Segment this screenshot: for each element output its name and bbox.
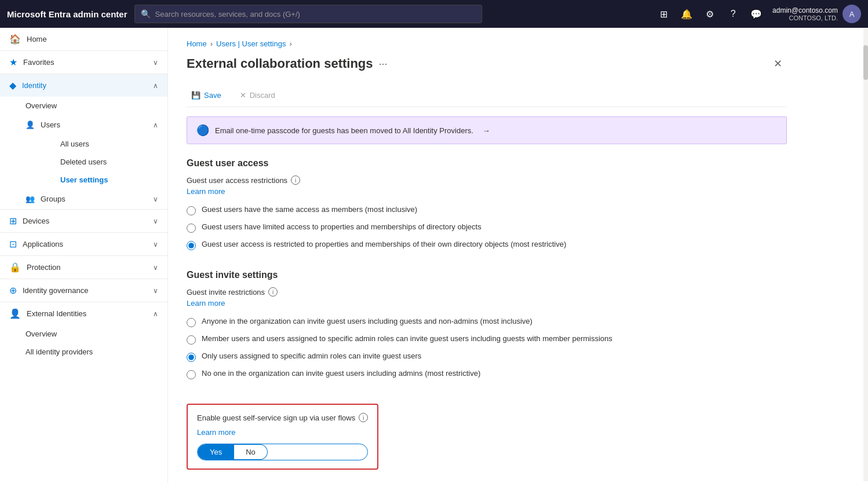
guest-invite-info-icon[interactable]: i: [268, 287, 278, 297]
sidebar-item-favorites[interactable]: ★ Favorites ∨: [0, 51, 167, 74]
feedback-icon[interactable]: 💬: [749, 7, 763, 21]
chevron-up-icon: ∧: [153, 121, 158, 129]
guest-invite-option-4[interactable]: No one in the organization can invite gu…: [187, 365, 787, 383]
sidebar-item-identity-governance[interactable]: ⊕ Identity governance ∨: [0, 279, 167, 302]
protection-label: Protection: [27, 263, 61, 272]
sidebar-item-identity[interactable]: ◆ Identity ∧: [0, 74, 167, 97]
chevron-down-icon: ∨: [153, 217, 158, 225]
scrollbar[interactable]: [863, 28, 868, 481]
self-service-info-icon[interactable]: i: [359, 413, 368, 422]
page-header: External collaboration settings ··· ✕: [187, 55, 787, 72]
help-icon[interactable]: ?: [726, 7, 740, 21]
applications-icon: ⊡: [9, 239, 17, 250]
scrollbar-thumb: [863, 45, 868, 80]
notification-icon[interactable]: 🔔: [680, 7, 694, 21]
sidebar-section-external-identities: 👤 External Identities ∧ Overview All ide…: [0, 302, 167, 361]
protection-icon: 🔒: [9, 262, 21, 273]
chevron-up-icon: ∧: [153, 310, 158, 318]
guest-invite-option-2[interactable]: Member users and users assigned to speci…: [187, 331, 787, 348]
guest-invite-title: Guest invite settings: [187, 270, 787, 280]
sidebar-item-external-identities[interactable]: 👤 External Identities ∧: [0, 302, 167, 325]
guest-invite-option-1[interactable]: Anyone in the organization can invite gu…: [187, 313, 787, 331]
chevron-down-icon: ∨: [153, 264, 158, 272]
breadcrumb-user-settings[interactable]: Users | User settings: [216, 39, 286, 48]
chevron-up-icon: ∧: [153, 82, 158, 90]
topbar-icons: ⊞ 🔔 ⚙ ? 💬 admin@contoso.com CONTOSO, LTD…: [657, 5, 861, 23]
sidebar-item-applications[interactable]: ⊡ Applications ∨: [0, 233, 167, 255]
settings-icon[interactable]: ⚙: [703, 7, 717, 21]
devices-label: Devices: [23, 217, 49, 225]
content-inner: Home › Users | User settings › External …: [168, 28, 805, 481]
main-layout: 🏠 Home ★ Favorites ∨ ◆ Identity ∧ Overvi…: [0, 28, 868, 483]
save-icon: 💾: [191, 91, 200, 100]
sidebar-subitem-all-users[interactable]: All users: [35, 135, 167, 153]
toggle-no-button[interactable]: No: [234, 444, 268, 460]
sidebar-subitem-deleted-users[interactable]: Deleted users: [35, 153, 167, 171]
devices-icon: ⊞: [9, 215, 17, 226]
sidebar-subitem-ext-overview[interactable]: Overview: [0, 325, 167, 343]
guest-access-info-icon[interactable]: i: [291, 175, 300, 185]
search-icon: 🔍: [141, 9, 151, 19]
toggle-yes-button[interactable]: Yes: [198, 444, 234, 460]
guest-access-radio-3[interactable]: [187, 241, 196, 250]
more-options-icon[interactable]: ···: [379, 58, 388, 70]
self-service-section: Enable guest self-service sign up via us…: [187, 404, 378, 470]
guest-access-option-2[interactable]: Guest users have limited access to prope…: [187, 219, 787, 236]
search-bar[interactable]: 🔍: [134, 5, 482, 23]
sidebar-item-groups[interactable]: 👥 Groups ∨: [0, 189, 167, 209]
external-identities-icon: 👤: [9, 308, 21, 319]
guest-invite-radio-1[interactable]: [187, 318, 196, 327]
guest-access-field-label: Guest user access restrictions i: [187, 175, 787, 185]
user-org: CONTOSO, LTD.: [772, 14, 838, 21]
sidebar-subitem-overview[interactable]: Overview: [0, 97, 167, 115]
guest-access-option-3[interactable]: Guest user access is restricted to prope…: [187, 236, 787, 254]
guest-access-radio-1[interactable]: [187, 206, 196, 215]
search-input[interactable]: [155, 10, 476, 19]
banner-arrow[interactable]: →: [483, 126, 490, 135]
star-icon: ★: [9, 57, 17, 68]
portal-icon[interactable]: ⊞: [657, 7, 670, 21]
home-icon: 🏠: [9, 34, 21, 45]
guest-invite-option-3[interactable]: Only users assigned to specific admin ro…: [187, 348, 787, 365]
breadcrumb-home[interactable]: Home: [187, 39, 207, 48]
guest-access-section: Guest user access Guest user access rest…: [187, 158, 787, 254]
guest-invite-radio-2[interactable]: [187, 335, 196, 345]
guest-invite-field-label: Guest invite restrictions i: [187, 287, 787, 297]
sidebar-section-devices: ⊞ Devices ∨: [0, 209, 167, 232]
close-button[interactable]: ✕: [769, 55, 787, 72]
banner-text: Email one-time passcode for guests has b…: [215, 126, 473, 135]
groups-label: Groups: [41, 195, 65, 203]
sidebar-subitem-user-settings[interactable]: User settings: [35, 171, 167, 189]
self-service-label-text: Enable guest self-service sign up via us…: [197, 414, 355, 422]
breadcrumb: Home › Users | User settings ›: [187, 39, 787, 48]
self-service-learn-more[interactable]: Learn more: [197, 428, 368, 437]
user-profile[interactable]: admin@contoso.com CONTOSO, LTD. A: [772, 5, 861, 23]
sidebar-subitem-all-identity-providers[interactable]: All identity providers: [0, 343, 167, 361]
avatar: A: [843, 5, 861, 23]
info-banner: 🔵 Email one-time passcode for guests has…: [187, 116, 787, 144]
topbar: Microsoft Entra admin center 🔍 ⊞ 🔔 ⚙ ? 💬…: [0, 0, 868, 28]
user-name: admin@contoso.com: [772, 6, 838, 14]
sidebar-home-label: Home: [27, 35, 47, 43]
self-service-label: Enable guest self-service sign up via us…: [197, 413, 368, 422]
guest-access-option-3-label: Guest user access is restricted to prope…: [202, 240, 566, 248]
chevron-down-icon: ∨: [153, 240, 158, 248]
app-title: Microsoft Entra admin center: [7, 9, 127, 19]
guest-invite-radio-4[interactable]: [187, 370, 196, 379]
guest-access-radio-2[interactable]: [187, 224, 196, 233]
sidebar-item-users[interactable]: 👤 Users ∧: [0, 115, 167, 135]
guest-access-learn-more[interactable]: Learn more: [187, 187, 787, 196]
sidebar-section-favorites: ★ Favorites ∨: [0, 50, 167, 74]
save-button[interactable]: 💾 Save: [187, 89, 226, 102]
guest-invite-learn-more[interactable]: Learn more: [187, 299, 787, 308]
groups-icon: 👥: [25, 195, 35, 203]
chevron-down-icon: ∨: [153, 58, 158, 67]
guest-access-option-1[interactable]: Guest users have the same access as memb…: [187, 202, 787, 219]
sidebar-item-home[interactable]: 🏠 Home: [0, 28, 167, 50]
guest-invite-radio-3[interactable]: [187, 353, 196, 362]
save-label: Save: [204, 91, 221, 100]
sidebar-item-protection[interactable]: 🔒 Protection ∨: [0, 256, 167, 279]
discard-button[interactable]: ✕ Discard: [235, 89, 280, 102]
sidebar-item-devices[interactable]: ⊞ Devices ∨: [0, 210, 167, 232]
breadcrumb-sep1: ›: [210, 39, 213, 48]
